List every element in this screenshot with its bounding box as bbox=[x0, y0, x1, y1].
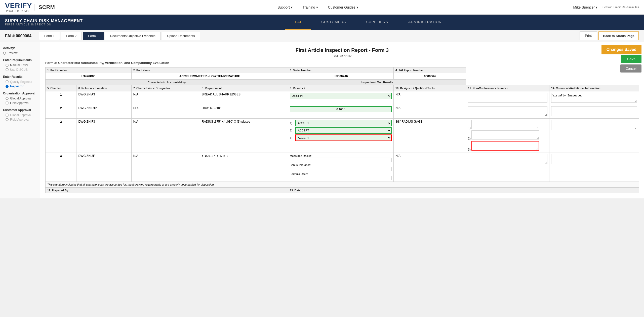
comments-2[interactable] bbox=[549, 105, 639, 119]
result-select-3-3[interactable]: ACCEPTREJECT bbox=[295, 134, 392, 141]
enter-req-label: Enter Requirements bbox=[3, 58, 37, 62]
nav-fai[interactable]: FAI bbox=[285, 15, 311, 30]
non-conf-3[interactable]: 1) 2) 3) bbox=[466, 119, 549, 153]
comments-3[interactable] bbox=[549, 119, 639, 153]
user-menu[interactable]: Mike Spencer ▾ bbox=[573, 5, 597, 9]
tab-print[interactable]: Print bbox=[580, 31, 597, 40]
cancel-button[interactable]: Cancel bbox=[620, 64, 641, 73]
review-radio[interactable] bbox=[3, 52, 6, 55]
signature-row: This signature indicates that all charac… bbox=[46, 182, 639, 188]
sidebar-customer-global[interactable]: Global Approval bbox=[3, 113, 37, 117]
tab-form1[interactable]: Form 1 bbox=[39, 32, 60, 40]
sidebar-manual-entry[interactable]: Manual Entry bbox=[3, 63, 37, 67]
col-fai-number: 4. FAI Report Number bbox=[393, 67, 466, 73]
result-1[interactable]: ACCEPT REJECT bbox=[288, 91, 394, 105]
non-conf-row-3-1: 1) bbox=[468, 120, 547, 130]
comments-textarea-3[interactable] bbox=[551, 120, 637, 130]
formula-used-input[interactable] bbox=[290, 176, 392, 180]
use-discus-radio[interactable] bbox=[6, 68, 9, 71]
training-link[interactable]: Training ▾ bbox=[303, 5, 318, 9]
non-conf-textarea-3-2[interactable] bbox=[471, 130, 539, 139]
scrm-label: SCRM bbox=[34, 4, 55, 11]
col-comments: 14. Comments/Additional Information bbox=[549, 85, 639, 91]
quality-engineer-radio[interactable] bbox=[6, 80, 9, 83]
table-row: 2 DWG ZN D12 SPC .100" +/- .010" N/A bbox=[46, 105, 639, 119]
measured-result-input[interactable] bbox=[290, 158, 392, 162]
col-char-no: 5. Char No. bbox=[46, 85, 76, 91]
customer-global-radio[interactable] bbox=[6, 114, 9, 117]
non-conf-4[interactable] bbox=[466, 153, 549, 182]
comments-textarea-1[interactable]: Visually Inspected bbox=[551, 93, 637, 103]
comments-textarea-4[interactable] bbox=[551, 154, 637, 164]
tools-3: 3/8" RADIUS GAGE bbox=[393, 119, 466, 153]
col-ref-loc: 6. Reference Location bbox=[76, 85, 131, 91]
non-conf-textarea-1[interactable] bbox=[468, 93, 547, 103]
customer-guides-link[interactable]: Customer Guides ▾ bbox=[328, 5, 358, 9]
non-conf-textarea-4[interactable] bbox=[468, 154, 547, 164]
main-table: 1. Part Number 2. Part Name 3. Serial Nu… bbox=[45, 67, 639, 193]
ref-loc-2: DWG ZN D12 bbox=[76, 105, 131, 119]
tab-docs[interactable]: Documents/Objective Evidence bbox=[105, 32, 161, 40]
result-select-3-1[interactable]: ACCEPTREJECT bbox=[295, 120, 392, 126]
non-conf-textarea-3-3[interactable] bbox=[471, 141, 539, 151]
sidebar-quality-engineer[interactable]: Quality Engineer bbox=[3, 80, 37, 84]
part-number-value: L3426P06 bbox=[46, 73, 132, 80]
tab-actions: Print Back to Status Page bbox=[580, 31, 639, 40]
result-select-3-2[interactable]: ACCEPTREJECT bbox=[295, 127, 392, 134]
sidebar-customer-field[interactable]: Field Approval bbox=[3, 118, 37, 121]
customer-approval-label: Customer Approval bbox=[3, 108, 37, 112]
field-approval-radio[interactable] bbox=[6, 101, 9, 104]
sidebar-inspector[interactable]: Inspector bbox=[3, 85, 37, 88]
fai-number-value: 0000064 bbox=[393, 73, 466, 80]
result-input-2[interactable] bbox=[290, 106, 392, 112]
bonus-tolerance-input[interactable] bbox=[290, 167, 392, 171]
col-part-number: 1. Part Number bbox=[46, 67, 132, 73]
inspector-label: Inspector bbox=[10, 85, 24, 88]
tab-form3[interactable]: Form 3 bbox=[83, 32, 104, 40]
report-title: First Article Inspection Report - Form 3 bbox=[45, 47, 639, 53]
result-select-1[interactable]: ACCEPT REJECT bbox=[290, 93, 392, 99]
inspector-radio[interactable] bbox=[6, 85, 9, 88]
non-conf-textarea-2[interactable] bbox=[468, 106, 547, 116]
save-button[interactable]: Save bbox=[621, 55, 641, 63]
result-num-3-3: 3) bbox=[290, 136, 294, 139]
tools-4: N/A bbox=[393, 153, 466, 182]
serial-number-value: LN000246 bbox=[288, 73, 394, 80]
tab-form2[interactable]: Form 2 bbox=[61, 32, 82, 40]
non-conf-num-3-1: 1) bbox=[468, 126, 471, 130]
result-row-3-3: 3) ACCEPTREJECT bbox=[290, 134, 392, 141]
non-conf-row-3-3: 3) bbox=[468, 141, 547, 151]
comments-1[interactable]: Visually Inspected bbox=[549, 91, 639, 105]
col-results: 9. Results ℹ bbox=[288, 85, 394, 91]
comments-4[interactable] bbox=[549, 153, 639, 182]
changes-saved-button[interactable]: Changes Saved bbox=[601, 45, 641, 54]
nav-suppliers[interactable]: SUPPLIERS bbox=[356, 15, 398, 30]
non-conf-group-3: 1) 2) 3) bbox=[468, 120, 547, 151]
signature-text: This signature indicates that all charac… bbox=[46, 182, 639, 188]
quality-engineer-label: Quality Engineer bbox=[10, 80, 32, 84]
tab-back-status[interactable]: Back to Status Page bbox=[598, 31, 639, 40]
enter-results-label: Enter Results bbox=[3, 75, 37, 79]
comments-textarea-2[interactable] bbox=[551, 106, 637, 116]
result-2[interactable] bbox=[288, 105, 394, 119]
nav-customers[interactable]: CUSTOMERS bbox=[311, 15, 356, 30]
sidebar-field-approval[interactable]: Field Approval bbox=[3, 101, 37, 105]
col-requirement: 8. Requirement bbox=[200, 85, 288, 91]
non-conf-1[interactable] bbox=[466, 91, 549, 105]
sidebar-review[interactable]: Review bbox=[3, 51, 37, 55]
support-link[interactable]: Support ▾ bbox=[277, 5, 293, 9]
requirement-3: RADIUS .375" +/- .030" X (3) places bbox=[200, 119, 288, 153]
org-approval-label: Organization Approval bbox=[3, 92, 37, 95]
sidebar-use-discus[interactable]: Use DISCUS bbox=[3, 68, 37, 72]
manual-entry-radio[interactable] bbox=[6, 64, 9, 67]
global-approval-radio[interactable] bbox=[6, 97, 9, 100]
non-conf-2[interactable] bbox=[466, 105, 549, 119]
result-3[interactable]: 1) ACCEPTREJECT 2) ACCEPTREJECT bbox=[288, 119, 394, 153]
customer-field-radio[interactable] bbox=[6, 118, 9, 121]
sidebar-global-approval[interactable]: Global Approval bbox=[3, 97, 37, 100]
non-conf-textarea-3-1[interactable] bbox=[471, 120, 539, 129]
result-4[interactable]: Measured Result: Bonus Tolerance: Formul… bbox=[288, 153, 394, 182]
tab-upload[interactable]: Upload Documents bbox=[162, 32, 200, 40]
nav-admin[interactable]: ADMINISTRATION bbox=[398, 15, 452, 30]
main-nav-title-text: SUPPLY CHAIN RISK MANAGEMENT bbox=[5, 19, 83, 23]
